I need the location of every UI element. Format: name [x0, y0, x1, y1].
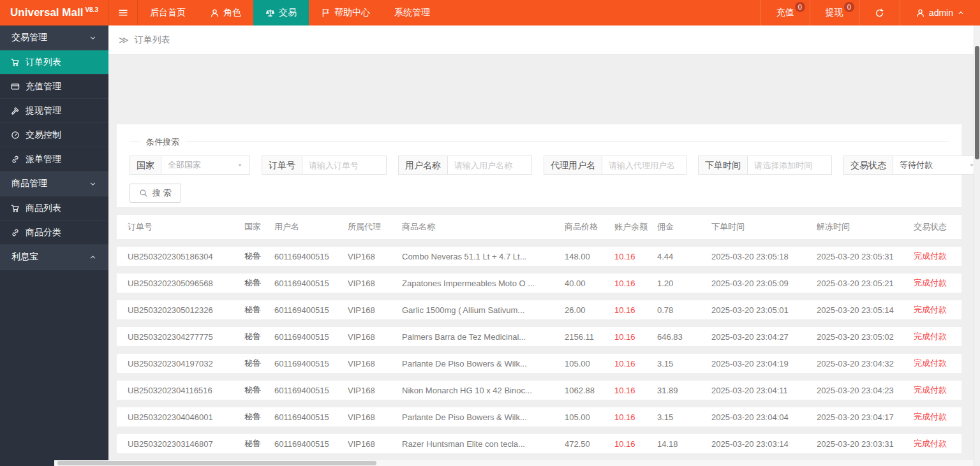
commission-cell: 1.20	[657, 279, 711, 288]
menu-toggle-button[interactable]	[108, 0, 138, 25]
unfreeze-time-cell: 2025-03-20 23:03:31	[817, 439, 914, 449]
user-menu[interactable]: admin	[900, 0, 980, 25]
sidebar-section-交易管理[interactable]: 交易管理	[0, 25, 108, 50]
sidebar-item-提现管理[interactable]: 提现管理	[0, 99, 108, 123]
chevron-up-icon	[957, 9, 965, 17]
order-time-input[interactable]	[747, 156, 832, 175]
agent-cell: VIP168	[348, 305, 402, 315]
product-cell: Parlante De Piso Bowers & Wilk...	[402, 359, 565, 368]
field-label: 下单时间	[698, 156, 748, 175]
order-no-input[interactable]	[302, 156, 387, 175]
field-label: 订单号	[262, 156, 302, 175]
balance-cell: 10.16	[614, 279, 657, 288]
table-row[interactable]: UB2503202305186304秘鲁601169400515VIP168Co…	[117, 247, 961, 266]
balance-cell: 10.16	[614, 305, 657, 315]
withdraw-label: 提现	[826, 7, 843, 18]
refresh-button[interactable]	[859, 0, 900, 25]
status-cell: 完成付款	[914, 438, 961, 449]
chevron-up-icon	[89, 253, 97, 261]
user-name-input[interactable]	[447, 156, 532, 175]
sidebar-section-利息宝[interactable]: 利息宝	[0, 245, 108, 270]
nav-item-角色[interactable]: 角色	[198, 0, 253, 25]
breadcrumb-label: 订单列表	[135, 34, 170, 46]
column-header-账户余额: 账户余额	[614, 221, 657, 233]
app-logo[interactable]: Universal Mall V8.3	[0, 0, 108, 25]
search-icon	[139, 189, 148, 198]
nav-item-后台首页[interactable]: 后台首页	[138, 0, 198, 25]
vertical-scrollbar[interactable]	[974, 25, 980, 466]
commission-cell: 646.83	[657, 332, 711, 342]
agent-cell: VIP168	[348, 332, 402, 342]
column-header-佣金: 佣金	[657, 221, 711, 233]
field-label: 交易状态	[843, 156, 893, 175]
sidebar-item-交易控制[interactable]: 交易控制	[0, 123, 108, 147]
logo-version: V8.3	[85, 6, 98, 13]
nav-item-交易[interactable]: 交易	[253, 0, 309, 25]
unfreeze-time-cell: 2025-03-20 23:04:32	[817, 359, 914, 368]
username-cell: 601169400515	[274, 359, 348, 368]
username-cell: 601169400515	[274, 439, 348, 449]
product-cell: Palmers Barra de Tez Medicinal...	[402, 332, 565, 342]
field-label: 用户名称	[398, 156, 448, 175]
order-no-cell: UB2503202304046001	[128, 412, 244, 422]
status-cell: 完成付款	[914, 358, 961, 369]
table-row[interactable]: UB2503202304116516秘鲁601169400515VIP168Ni…	[117, 381, 961, 400]
top-header-bar: Universal Mall V8.3 后台首页角色交易帮助中心系统管理 充值 …	[0, 0, 980, 25]
field-label: 代理用户名	[544, 156, 602, 175]
link-icon	[11, 228, 20, 237]
logo-text: Universal Mall	[10, 6, 83, 19]
trade-status-select[interactable]: 等待付款	[893, 156, 980, 175]
sidebar-item-充值管理[interactable]: 充值管理	[0, 75, 108, 99]
product-cell: Combo Neveras 51.1 Lt + 4.7 Lt...	[402, 252, 565, 261]
table-row[interactable]: UB2503202304046001秘鲁601169400515VIP168Pa…	[117, 407, 961, 426]
refresh-icon	[875, 8, 884, 18]
sidebar-section-商品管理[interactable]: 商品管理	[0, 171, 108, 196]
sidebar-item-商品分类[interactable]: 商品分类	[0, 221, 108, 245]
withdraw-menu-item[interactable]: 提现 0	[810, 0, 859, 25]
recharge-menu-item[interactable]: 充值 0	[761, 0, 810, 25]
order-time-cell: 2025-03-20 23:05:18	[711, 252, 817, 261]
table-row[interactable]: UB2503202304197032秘鲁601169400515VIP168Pa…	[117, 354, 961, 373]
commission-cell: 3.15	[657, 359, 711, 368]
sidebar: 交易管理订单列表充值管理提现管理交易控制派单管理商品管理商品列表商品分类利息宝	[0, 25, 108, 466]
column-header-下单时间: 下单时间	[711, 221, 817, 233]
agent-cell: VIP168	[348, 252, 402, 261]
price-cell: 105.00	[565, 359, 614, 368]
sidebar-item-派单管理[interactable]: 派单管理	[0, 147, 108, 171]
column-header-用户名: 用户名	[274, 221, 348, 233]
table-row[interactable]: UB2503202303146807秘鲁601169400515VIP168Ra…	[117, 434, 961, 453]
username-cell: 601169400515	[274, 332, 348, 342]
nav-item-帮助中心[interactable]: 帮助中心	[309, 0, 382, 25]
search-button[interactable]: 搜 索	[130, 184, 181, 203]
vertical-scrollbar-thumb[interactable]	[975, 46, 979, 159]
horizontal-scrollbar[interactable]	[54, 460, 974, 466]
table-row[interactable]: UB2503202305012326秘鲁601169400515VIP168Ga…	[117, 300, 961, 319]
country-cell: 秘鲁	[244, 411, 274, 423]
search-legend: 条件搜索	[130, 142, 949, 142]
search-field-country: 国家全部国家	[130, 156, 250, 175]
price-cell: 105.00	[565, 412, 614, 422]
unfreeze-time-cell: 2025-03-20 23:05:14	[817, 305, 914, 315]
sidebar-item-商品列表[interactable]: 商品列表	[0, 196, 108, 221]
horizontal-scrollbar-thumb[interactable]	[57, 461, 376, 465]
menu-icon	[118, 8, 128, 18]
order-no-cell: UB2503202304197032	[128, 359, 244, 368]
table-header-row: 订单号国家用户名所属代理商品名称商品价格账户余额佣金下单时间解冻时间交易状态	[117, 215, 961, 239]
sidebar-item-订单列表[interactable]: 订单列表	[0, 50, 108, 75]
flag-icon	[321, 8, 330, 18]
status-cell: 完成付款	[914, 251, 961, 262]
nav-item-系统管理[interactable]: 系统管理	[382, 0, 442, 25]
search-field-trade-status: 交易状态等待付款	[843, 156, 980, 175]
agent-cell: VIP168	[348, 439, 402, 449]
agent-name-input[interactable]	[602, 156, 687, 175]
country-cell: 秘鲁	[244, 304, 274, 316]
chevron-down-icon	[89, 180, 97, 188]
column-header-交易状态: 交易状态	[914, 221, 961, 233]
agent-cell: VIP168	[348, 359, 402, 368]
search-panel: 条件搜索 国家全部国家订单号用户名称代理用户名下单时间交易状态等待付款 搜 索	[117, 124, 961, 207]
table-row[interactable]: UB2503202305096568秘鲁601169400515VIP168Za…	[117, 273, 961, 293]
table-row[interactable]: UB2503202304277775秘鲁601169400515VIP168Pa…	[117, 327, 961, 346]
commission-cell: 3.15	[657, 412, 711, 422]
search-field-order-time: 下单时间	[698, 156, 832, 175]
country-select[interactable]: 全部国家	[161, 156, 250, 175]
